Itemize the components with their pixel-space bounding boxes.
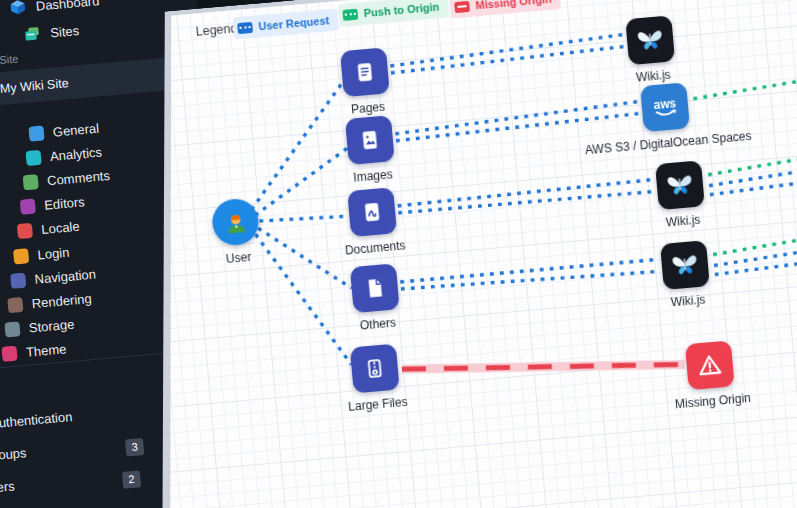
blank-file-icon xyxy=(350,263,400,313)
locale-icon xyxy=(17,223,33,239)
sidebar-item-users[interactable]: Users xyxy=(0,478,15,496)
login-icon xyxy=(13,248,29,264)
rendering-icon xyxy=(7,297,23,313)
sidebar-item-label: Groups xyxy=(0,445,27,464)
edge-blue-dot xyxy=(398,191,653,214)
sidebar-item-storage[interactable]: Storage xyxy=(4,317,75,338)
wikijs-butterfly-icon xyxy=(655,160,705,210)
node-missing-origin: Missing Origin xyxy=(685,340,735,390)
sidebar-item-sites[interactable]: Sites xyxy=(23,21,80,44)
sidebar-item-editors[interactable]: Editors xyxy=(20,194,86,215)
pdf-file-icon xyxy=(347,187,397,237)
node-label-user: User xyxy=(225,250,251,266)
edge-blue-dot xyxy=(256,227,352,372)
edge-blue-dot xyxy=(708,163,797,186)
edge-blue-dot xyxy=(394,102,638,134)
sidebar-item-general[interactable]: General xyxy=(28,121,99,142)
sidebar-item-analytics[interactable]: Analytics xyxy=(25,144,102,166)
wikijs-admin-screenshot: DashboardSitesSiteMy Wiki Site▾GeneralAn… xyxy=(0,0,797,508)
sidebar-item-dashboard[interactable]: Dashboard xyxy=(8,0,100,17)
sidebar-item-label: Storage xyxy=(28,317,75,336)
image-file-icon xyxy=(345,115,395,165)
sidebar-item-label: Editors xyxy=(44,194,86,212)
node-label-wiki-mid: Wiki.js xyxy=(665,213,701,230)
sites-stack-icon xyxy=(23,24,43,44)
edge-blue-dot xyxy=(389,35,623,66)
sidebar-item-label: Rendering xyxy=(31,291,92,311)
sidebar-item-label: Users xyxy=(0,478,15,496)
node-others: Others xyxy=(350,263,400,313)
warning-triangle-icon xyxy=(685,340,735,390)
sidebar-item-navigation[interactable]: Navigation xyxy=(10,266,96,288)
sidebar-item-authentication[interactable]: Authentication xyxy=(0,409,73,431)
edge-blue-dot xyxy=(258,220,352,295)
node-large-files: Large Files xyxy=(350,344,400,394)
general-icon xyxy=(28,125,44,141)
edge-green-dot xyxy=(692,73,797,99)
edge-blue-dot xyxy=(259,213,349,224)
edge-blue-dot xyxy=(250,148,353,215)
groups-count-badge: 3 xyxy=(125,438,145,457)
analytics-icon xyxy=(25,150,41,166)
dashboard-cube-icon xyxy=(8,0,28,17)
diagram-canvas: Legend: User RequestPush to OriginMissin… xyxy=(111,0,797,508)
storage-icon xyxy=(4,321,20,337)
node-label-pages: Pages xyxy=(350,100,385,117)
comments-icon xyxy=(23,174,39,190)
sidebar-item-login[interactable]: Login xyxy=(13,245,70,265)
legend-chip-label: User Request xyxy=(258,14,330,32)
node-user: User xyxy=(211,197,261,247)
legend-chip-label: Missing Origin xyxy=(475,0,552,11)
sidebar-item-label: General xyxy=(52,121,99,140)
wikijs-butterfly-icon xyxy=(625,15,675,65)
edge-blue-dot xyxy=(391,47,625,73)
sidebar-item-rendering[interactable]: Rendering xyxy=(7,291,92,313)
push-to-origin-line-swatch-icon xyxy=(342,8,358,20)
wikijs-butterfly-icon xyxy=(660,240,710,290)
document-lines-icon xyxy=(340,47,390,97)
sidebar-item-theme[interactable]: Theme xyxy=(1,341,67,362)
sidebar-item-groups[interactable]: Groups xyxy=(0,445,27,464)
sidebar-item-label: Locale xyxy=(41,219,80,237)
edge-blue-dot xyxy=(397,180,652,206)
node-pages: Pages xyxy=(340,47,390,97)
sidebar-item-label: Dashboard xyxy=(35,0,100,13)
sidebar-item-label: Analytics xyxy=(49,144,102,163)
sidebar-item-locale[interactable]: Locale xyxy=(17,219,80,239)
aws-logo-icon: aws xyxy=(640,82,690,132)
edge-blue-dot xyxy=(400,259,657,281)
site-select-value: My Wiki Site xyxy=(0,76,69,96)
edge-green-dot xyxy=(707,150,797,175)
sidebar-item-label: Sites xyxy=(50,23,80,40)
node-documents: Documents xyxy=(347,187,397,237)
edge-green-dot xyxy=(712,230,797,255)
node-wiki-top: Wiki.js xyxy=(625,15,675,65)
missing-origin-line-swatch-icon xyxy=(454,0,470,12)
site-select[interactable]: My Wiki Site▾ xyxy=(0,56,185,106)
legend-chip-label: Push to Origin xyxy=(363,1,440,20)
archive-file-icon xyxy=(350,344,400,394)
node-wiki-low: Wiki.js xyxy=(660,240,710,290)
edge-blue-dot xyxy=(401,266,658,293)
edge-blue-dot xyxy=(241,82,353,209)
node-images: Images xyxy=(345,115,395,165)
sidebar-item-label: Navigation xyxy=(34,266,97,286)
theme-icon xyxy=(1,346,17,362)
users-count-badge: 2 xyxy=(122,470,142,489)
sidebar-item-label: Comments xyxy=(47,168,111,188)
navigation-icon xyxy=(10,273,26,289)
sidebar-item-label: Authentication xyxy=(0,409,73,431)
editors-icon xyxy=(20,198,36,214)
user-request-line-swatch-icon xyxy=(237,21,253,33)
tilted-scene: DashboardSitesSiteMy Wiki Site▾GeneralAn… xyxy=(0,0,797,508)
node-wiki-mid: Wiki.js xyxy=(655,160,705,210)
user-avatar-icon xyxy=(211,197,261,247)
sidebar-item-label: Theme xyxy=(25,341,67,359)
sidebar-item-label: Login xyxy=(37,245,70,263)
site-section-label: Site xyxy=(0,52,19,66)
sidebar-item-comments[interactable]: Comments xyxy=(23,168,111,191)
node-aws: awsAWS S3 / DigitalOcean Spaces xyxy=(640,82,690,132)
